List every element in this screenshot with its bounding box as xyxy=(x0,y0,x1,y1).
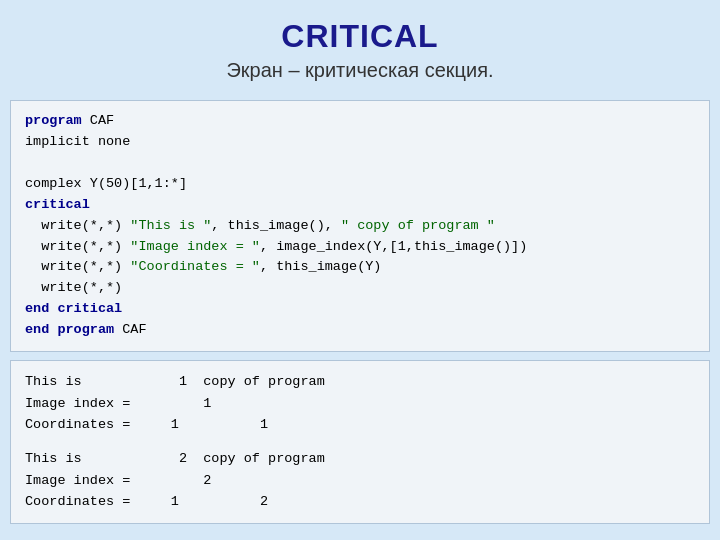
output-line-1-2: Image index = 1 xyxy=(25,393,695,415)
code-line-1: program CAF xyxy=(25,111,695,132)
code-line-4: critical xyxy=(25,195,695,216)
output-section: This is 1 copy of program Image index = … xyxy=(10,360,710,524)
output-line-2-2: Image index = 2 xyxy=(25,470,695,492)
header-section: CRITICAL Экран – критическая секция. xyxy=(0,0,720,92)
output-line-2-3: Coordinates = 1 2 xyxy=(25,491,695,513)
code-line-3: complex Y(50)[1,1:*] xyxy=(25,174,695,195)
output-line-1-3: Coordinates = 1 1 xyxy=(25,414,695,436)
code-line-2: implicit none xyxy=(25,132,695,153)
code-line-blank-1 xyxy=(25,153,695,174)
output-line-2-1: This is 2 copy of program xyxy=(25,448,695,470)
code-line-7: write(*,*) "Coordinates = ", this_image(… xyxy=(25,257,695,278)
main-title: CRITICAL xyxy=(20,18,700,55)
code-line-6: write(*,*) "Image index = ", image_index… xyxy=(25,237,695,258)
output-group-1: This is 1 copy of program Image index = … xyxy=(25,371,695,436)
code-section: program CAF implicit none complex Y(50)[… xyxy=(10,100,710,352)
code-line-10: end program CAF xyxy=(25,320,695,341)
code-line-9: end critical xyxy=(25,299,695,320)
code-line-8: write(*,*) xyxy=(25,278,695,299)
output-line-1-1: This is 1 copy of program xyxy=(25,371,695,393)
code-line-5: write(*,*) "This is ", this_image(), " c… xyxy=(25,216,695,237)
subtitle: Экран – критическая секция. xyxy=(20,59,700,82)
output-group-2: This is 2 copy of program Image index = … xyxy=(25,448,695,513)
